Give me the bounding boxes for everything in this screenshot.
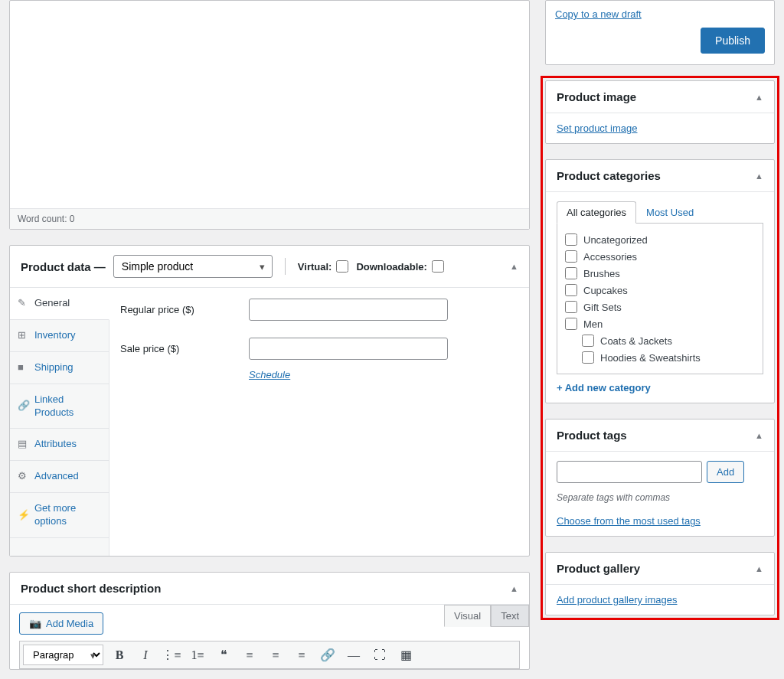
product-tags-box: Product tags ▲ Add Separate tags with co… [545,419,775,537]
tag-input[interactable] [557,461,702,483]
product-categories-box: Product categories ▲ All categories Most… [545,159,775,403]
category-checkbox[interactable] [565,301,577,313]
category-item[interactable]: Uncategorized [565,231,755,248]
ul-icon[interactable]: ⋮≡ [162,645,181,665]
regular-price-label: Regular price ($) [120,304,235,315]
toolbar-toggle-icon[interactable]: ▦ [396,645,416,665]
sale-price-input[interactable] [249,338,448,360]
category-checkbox[interactable] [565,233,577,246]
link-icon: 🔗 [18,400,28,413]
product-data-title: Product data — [21,260,106,273]
add-new-category-link[interactable]: + Add new category [557,382,651,393]
text-tab[interactable]: Text [491,605,529,627]
category-item[interactable]: Hoodies & Sweatshirts [565,349,755,366]
category-checkbox[interactable] [565,250,577,263]
visual-tab[interactable]: Visual [444,605,491,627]
category-label: Gift Sets [583,302,622,313]
content-editor[interactable]: Word count: 0 [9,0,530,230]
tab-all-categories[interactable]: All categories [557,201,636,224]
schedule-link[interactable]: Schedule [249,369,290,380]
downloadable-toggle[interactable]: Downloadable: [356,260,443,273]
category-label: Brushes [583,268,620,279]
product-gallery-box: Product gallery ▲ Add product gallery im… [545,552,775,615]
tags-hint: Separate tags with commas [557,492,763,503]
tab-inventory[interactable]: ⊞Inventory [10,320,109,352]
category-label: Accessories [583,251,637,263]
word-count-value: 0 [70,214,75,224]
category-item[interactable]: Coats & Jackets [565,332,755,349]
word-count-label: Word count: [18,214,67,224]
toggle-icon[interactable]: ▲ [755,93,763,102]
category-item[interactable]: Brushes [565,265,755,282]
toggle-icon[interactable]: ▲ [510,584,518,593]
category-checkbox[interactable] [565,267,577,279]
italic-icon[interactable]: I [136,645,155,665]
general-panel: Regular price ($) Sale price ($) Schedul… [109,288,529,556]
more-icon[interactable]: — [344,645,364,665]
tab-general[interactable]: ✎General [10,288,109,320]
toggle-icon[interactable]: ▲ [755,564,763,573]
category-checkbox[interactable] [582,351,594,364]
tab-attributes[interactable]: ▤Attributes [10,429,109,461]
product-type-select[interactable]: Simple product [113,255,273,278]
category-checkbox[interactable] [582,335,594,347]
tab-shipping[interactable]: ■Shipping [10,352,109,384]
tab-linked-products[interactable]: 🔗Linked Products [10,384,109,429]
publish-button[interactable]: Publish [701,28,765,54]
list-icon: ▤ [18,438,28,451]
category-label: Uncategorized [583,234,648,246]
tab-get-more[interactable]: ⚡Get more options [10,493,109,538]
category-item[interactable]: Gift Sets [565,299,755,315]
toggle-icon[interactable]: ▲ [755,171,763,181]
align-center-icon[interactable]: ≡ [266,645,286,665]
tab-advanced[interactable]: ⚙Advanced [10,461,109,493]
category-label: Coats & Jackets [600,335,672,347]
categories-title: Product categories [557,169,661,182]
bold-icon[interactable]: B [109,645,129,665]
inventory-icon: ⊞ [18,329,28,342]
virtual-toggle[interactable]: Virtual: [298,260,349,273]
add-gallery-images-link[interactable]: Add product gallery images [557,594,678,606]
align-right-icon[interactable]: ≡ [292,645,312,665]
category-label: Cupcakes [583,285,628,296]
align-left-icon[interactable]: ≡ [240,645,260,665]
truck-icon: ■ [18,361,28,374]
product-image-title: Product image [557,90,636,103]
toggle-icon[interactable]: ▲ [510,262,518,271]
media-icon: 📷 [29,618,41,629]
category-item[interactable]: Accessories [565,248,755,265]
tags-title: Product tags [557,429,627,442]
tab-most-used[interactable]: Most Used [636,201,704,224]
category-checkbox[interactable] [565,318,577,330]
divider [285,258,286,275]
copy-draft-link[interactable]: Copy to a new draft [555,8,765,20]
category-list[interactable]: UncategorizedAccessoriesBrushesCupcakesG… [557,224,763,374]
category-label: Men [583,318,603,330]
regular-price-input[interactable] [249,299,448,321]
gear-icon: ⚙ [18,470,28,483]
plug-icon: ⚡ [18,509,28,522]
virtual-checkbox[interactable] [336,260,348,273]
link-icon[interactable]: 🔗 [318,645,338,665]
downloadable-checkbox[interactable] [432,260,444,273]
product-image-box: Product image ▲ Set product image [545,80,775,144]
quote-icon[interactable]: ❝ [214,645,234,665]
gallery-title: Product gallery [557,562,640,575]
choose-tags-link[interactable]: Choose from the most used tags [557,515,701,527]
format-select[interactable]: Paragraph [23,645,103,665]
toggle-icon[interactable]: ▲ [755,431,763,440]
category-item[interactable]: Men [565,315,755,332]
word-count-footer: Word count: 0 [10,208,529,229]
product-data-tabs: ✎General ⊞Inventory ■Shipping 🔗Linked Pr… [10,288,109,556]
ol-icon[interactable]: 1≡ [188,645,207,665]
category-checkbox[interactable] [565,284,577,296]
add-media-button[interactable]: 📷 Add Media [19,612,103,635]
set-product-image-link[interactable]: Set product image [557,122,638,134]
fullscreen-icon[interactable]: ⛶ [370,645,390,665]
category-item[interactable]: Cupcakes [565,282,755,299]
short-description-box: Product short description ▲ 📷 Add Media … [9,572,530,670]
short-desc-title: Product short description [21,582,161,595]
add-tag-button[interactable]: Add [707,461,744,483]
editor-toolbar: Paragraph B I ⋮≡ 1≡ ❝ ≡ ≡ ≡ 🔗 — ⛶ ▦ [19,641,520,669]
publish-box: Copy to a new draft Publish [545,0,775,65]
